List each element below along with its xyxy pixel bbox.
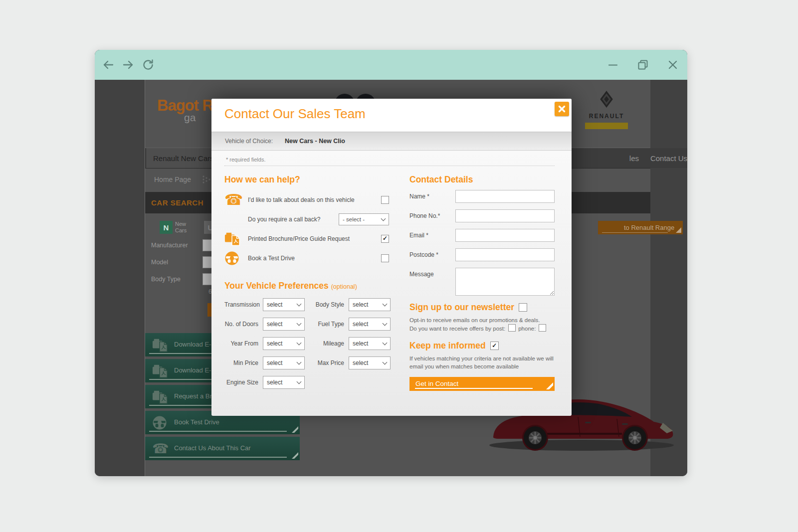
max-price-label: Max Price <box>309 359 344 366</box>
test-drive-label: Book a Test Drive <box>248 255 381 262</box>
offers-post-checkbox[interactable] <box>508 324 516 332</box>
min-price-label: Min Price <box>224 359 258 366</box>
name-input[interactable] <box>455 190 555 203</box>
preferences-heading-text: Your Vehicle Preferences <box>224 281 329 291</box>
max-price-select[interactable]: select <box>349 356 391 369</box>
breadcrumb-home-link[interactable]: Home Page <box>154 176 191 183</box>
browser-window: Bagot R ga RENAULT Renault New Cars <box>95 50 687 476</box>
year-from-select[interactable]: select <box>263 337 305 350</box>
get-in-contact-button[interactable]: Get in Contact <box>409 377 555 391</box>
vehicle-of-choice-value: New Cars - New Clio <box>285 138 345 145</box>
email-input[interactable] <box>455 229 555 242</box>
contact-us-about-car-button[interactable]: ☎ Contact Us About This Car <box>145 437 300 460</box>
steering-wheel-icon <box>152 415 168 430</box>
preferences-heading: Your Vehicle Preferences (optional) <box>224 281 389 291</box>
offers-phone-checkbox[interactable] <box>539 324 546 332</box>
steering-wheel-icon <box>224 251 248 266</box>
email-field-row: Email * <box>409 229 555 242</box>
newsletter-checkbox[interactable] <box>519 303 527 312</box>
body-style-select[interactable]: select <box>349 298 391 311</box>
refresh-icon[interactable] <box>142 58 155 71</box>
test-drive-checkbox[interactable] <box>381 254 389 262</box>
sidebar-button-label: Request a Br <box>174 392 212 400</box>
phone-label: Phone No.* <box>409 209 455 222</box>
help-row-talk-deals: ☎ I'd like to talk about deals on this v… <box>224 190 389 209</box>
postcode-field-row: Postcode * <box>409 248 555 261</box>
body-style-label: Body Style <box>309 301 344 308</box>
callback-select-value: - select - <box>343 216 365 222</box>
chevron-down-icon <box>297 321 302 326</box>
button-corner-icon <box>676 227 681 233</box>
how-we-can-help-heading: How we can help? <box>224 175 389 185</box>
nav-tab-label: les <box>629 154 639 163</box>
nav-tab-contact-us[interactable]: Contact Us <box>639 148 687 168</box>
renault-range-button[interactable]: to Renault Range <box>598 221 683 234</box>
mileage-select[interactable]: select <box>349 337 391 350</box>
brochure-icon <box>224 231 248 246</box>
engine-size-label: Engine Size <box>224 379 258 386</box>
postcode-input[interactable] <box>455 248 555 261</box>
fuel-type-select[interactable]: select <box>349 318 391 331</box>
callback-select[interactable]: - select - <box>339 213 389 225</box>
email-label: Email * <box>409 229 455 242</box>
message-textarea[interactable] <box>455 268 555 296</box>
chevron-down-icon <box>383 341 388 346</box>
brochure-request-checkbox[interactable] <box>381 235 389 243</box>
nav-tab-label: Renault New Cars <box>153 154 214 163</box>
renault-yellow-bar <box>585 123 628 129</box>
keep-informed-checkbox[interactable] <box>490 342 499 350</box>
renault-wordmark: RENAULT <box>585 113 628 120</box>
keep-informed-body: If vehicles matching your criteria are n… <box>409 355 555 370</box>
button-corner-inner <box>294 429 298 433</box>
newsletter-line1: Opt-in to receive emails on our promotio… <box>409 316 555 324</box>
model-label: Model <box>151 259 168 266</box>
message-label: Message <box>409 268 455 296</box>
help-row-brochure: Printed Brochure/Price Guide Request <box>224 229 389 248</box>
restore-icon[interactable] <box>636 58 649 71</box>
newsletter-heading: Sign up to our newsletter <box>409 302 514 313</box>
forward-icon[interactable] <box>122 58 135 71</box>
phone-input[interactable] <box>455 209 555 222</box>
talk-deals-label: I'd like to talk about deals on this veh… <box>248 196 381 203</box>
modal-close-button[interactable] <box>555 102 569 116</box>
talk-deals-checkbox[interactable] <box>381 196 389 204</box>
preferences-grid: Transmission select Body Style select No… <box>224 298 389 389</box>
year-from-label: Year From <box>224 340 258 347</box>
back-icon[interactable] <box>102 58 115 71</box>
mileage-label: Mileage <box>309 340 344 347</box>
new-cars-toggle[interactable]: N <box>160 221 173 234</box>
chevron-down-icon <box>297 379 302 384</box>
offers-post-label: Do you want to receive offers by post: <box>409 326 505 332</box>
min-price-select[interactable]: select <box>263 356 305 369</box>
contact-sales-modal: Contact Our Sales Team Vehicle of Choice… <box>211 99 572 410</box>
sidebar-button-label: Contact Us About This Car <box>174 444 251 452</box>
help-row-callback: Do you require a call back? - select - <box>224 209 389 229</box>
site-logo-subtext: ga <box>184 112 196 124</box>
keep-informed-heading: Keep me informed <box>409 341 486 351</box>
sidebar-button-label: Download E-P <box>174 366 215 374</box>
chevron-down-icon <box>297 341 302 346</box>
contact-details-heading: Contact Details <box>409 175 555 185</box>
modal-body: * required fields. How we can help? ☎ I'… <box>211 151 572 416</box>
doors-select[interactable]: select <box>263 318 305 331</box>
engine-size-select[interactable]: select <box>263 376 305 389</box>
window-close-icon[interactable] <box>666 58 679 71</box>
brochure-icon <box>152 363 168 378</box>
transmission-select[interactable]: select <box>263 298 305 311</box>
button-underline <box>602 232 668 233</box>
chevron-down-icon <box>381 216 386 221</box>
submit-label: Get in Contact <box>415 380 458 387</box>
required-fields-note: * required fields. <box>224 157 555 163</box>
newsletter-line2: Do you want to receive offers by post:ph… <box>409 324 555 333</box>
newsletter-heading-row: Sign up to our newsletter <box>409 302 555 313</box>
chevron-down-icon <box>383 321 388 326</box>
doors-label: No. of Doors <box>224 321 258 328</box>
brochure-icon <box>152 338 168 353</box>
brochure-request-label: Printed Brochure/Price Guide Request <box>248 235 381 242</box>
minimize-icon[interactable] <box>606 58 619 71</box>
car-search-title: CAR SEARCH <box>151 198 203 207</box>
optional-note: (optional) <box>331 283 357 290</box>
button-underline <box>415 388 533 389</box>
chevron-down-icon <box>383 302 388 307</box>
brochure-icon <box>152 389 168 404</box>
